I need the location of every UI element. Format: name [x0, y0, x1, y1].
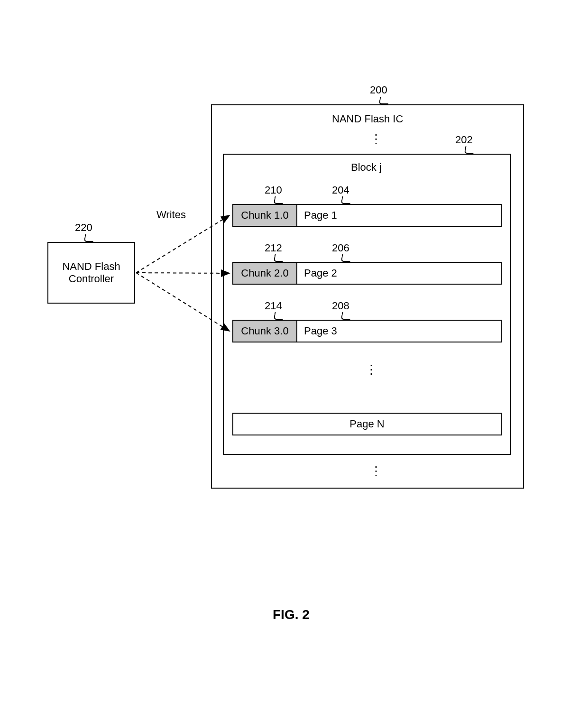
- ref-tick-200: [379, 97, 390, 104]
- chunk-2-label: Chunk 2.0: [241, 267, 288, 279]
- controller-label-line1: NAND Flash: [62, 260, 120, 272]
- vdots-mid: ⋮: [365, 362, 378, 377]
- ref-206: 206: [332, 242, 349, 254]
- controller-box: NAND Flash Controller: [47, 242, 135, 304]
- ic-title: NAND Flash IC: [332, 113, 403, 125]
- page-row-1: Chunk 1.0 Page 1: [232, 204, 502, 227]
- page-row-3: Chunk 3.0 Page 3: [232, 320, 502, 342]
- ref-tick-208: [341, 312, 352, 320]
- block-title: Block j: [351, 161, 382, 174]
- ref-200: 200: [370, 84, 387, 96]
- chunk-2: Chunk 2.0: [233, 263, 297, 284]
- page-3-label: Page 3: [297, 321, 501, 342]
- ref-tick-210: [274, 196, 285, 204]
- ref-tick-204: [341, 196, 352, 204]
- ref-tick-202: [464, 146, 475, 154]
- page-row-n: Page N: [232, 413, 502, 435]
- vdots-bottom: ⋮: [370, 464, 383, 479]
- ref-208: 208: [332, 300, 349, 312]
- chunk-1: Chunk 1.0: [233, 205, 297, 226]
- ref-214: 214: [265, 300, 282, 312]
- writes-label: Writes: [156, 209, 186, 221]
- controller-label-line2: Controller: [69, 273, 114, 285]
- ref-202: 202: [455, 134, 473, 146]
- page-n-label: Page N: [349, 418, 384, 430]
- vdots-top: ⋮: [370, 132, 383, 147]
- chunk-3: Chunk 3.0: [233, 321, 297, 342]
- controller-label: NAND Flash Controller: [62, 260, 120, 285]
- chunk-1-label: Chunk 1.0: [241, 209, 288, 222]
- ref-tick-206: [341, 254, 352, 262]
- figure-canvas: 220 NAND Flash Controller Writes 200 NAN…: [0, 0, 588, 703]
- figure-caption: FIG. 2: [273, 607, 310, 622]
- ref-tick-214: [274, 312, 285, 320]
- page-1-label: Page 1: [297, 205, 501, 226]
- ref-tick-220: [84, 234, 95, 242]
- page-row-2: Chunk 2.0 Page 2: [232, 262, 502, 285]
- ref-220: 220: [75, 222, 92, 234]
- ref-tick-212: [274, 254, 285, 262]
- chunk-3-label: Chunk 3.0: [241, 325, 288, 337]
- ref-204: 204: [332, 184, 349, 196]
- ref-212: 212: [265, 242, 282, 254]
- page-2-label: Page 2: [297, 263, 501, 284]
- ref-210: 210: [265, 184, 282, 196]
